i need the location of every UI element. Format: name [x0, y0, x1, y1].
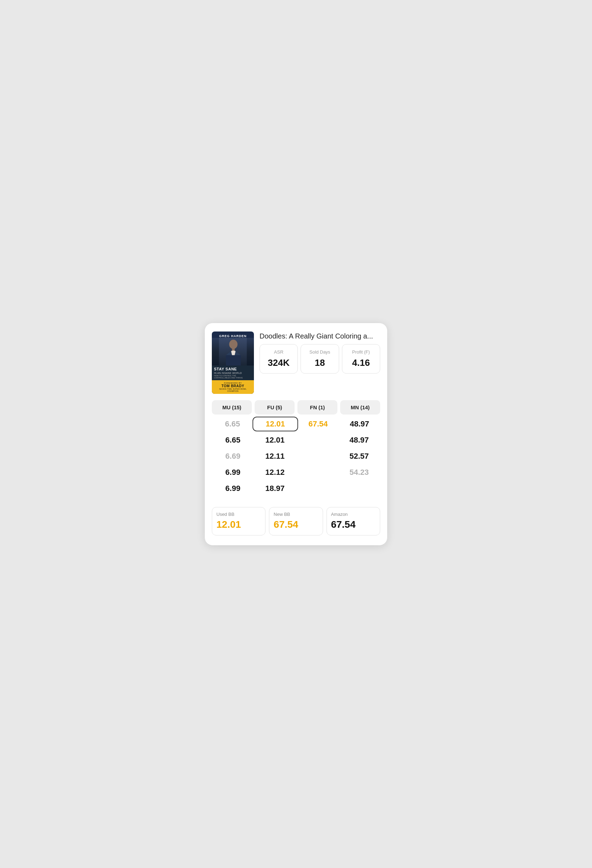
price-row-3: 6.69 12.11 52.57 [212, 448, 380, 464]
condition-mu: MU (15) [212, 400, 252, 415]
price-mn-2: 48.97 [338, 435, 380, 445]
book-title-area: STAY SANE IN AN INSANE WORLD HOW TO CONT… [212, 366, 254, 380]
amazon-bb-box: Amazon 67.54 [327, 507, 380, 536]
price-fu-1-highlighted: 12.01 [253, 417, 298, 431]
svg-rect-2 [232, 348, 235, 351]
mn-count: (14) [360, 404, 370, 410]
price-mu-5: 6.99 [212, 484, 254, 493]
price-mu-3: 6.69 [212, 452, 254, 461]
sold-days-label: Sold Days [309, 349, 330, 354]
book-title-desc: HOW TO CONTROL THE CONTROLLABLES AND THR… [214, 375, 252, 379]
fu-count: (5) [276, 404, 282, 410]
stats-row: ASR 324K Sold Days 18 Profit (F) 4.16 [259, 344, 380, 373]
sold-days-value: 18 [315, 357, 325, 368]
condition-fn: FN (1) [297, 400, 337, 415]
header-right: Doodles: A Really Giant Coloring a... AS… [259, 332, 380, 373]
fn-label: FN [310, 404, 317, 410]
book-person-image [212, 338, 254, 366]
price-row-1: 6.65 12.01 67.54 48.97 [212, 416, 380, 432]
amazon-bb-value: 67.54 [331, 519, 376, 530]
price-row-5: 6.99 18.97 [212, 480, 380, 496]
header-row: GREG HARDEN [212, 332, 380, 394]
price-mn-4: 54.23 [338, 468, 380, 477]
price-fu-5: 18.97 [254, 484, 296, 493]
person-silhouette [212, 338, 254, 366]
asr-value: 324K [268, 357, 290, 368]
profit-box: Profit (F) 4.16 [342, 344, 380, 373]
price-row-2: 6.65 12.01 48.97 [212, 432, 380, 448]
used-bb-value: 12.01 [216, 519, 261, 530]
used-bb-label: Used BB [216, 512, 261, 517]
price-mu-1: 6.65 [212, 419, 253, 428]
asr-label: ASR [274, 349, 283, 354]
book-title-sub: IN AN INSANE WORLD [214, 372, 252, 374]
mu-count: (15) [232, 404, 241, 410]
fn-count: (1) [318, 404, 325, 410]
condition-fu: FU (5) [255, 400, 295, 415]
price-fu-2: 12.01 [254, 435, 296, 445]
price-fu-3: 12.11 [254, 452, 296, 461]
new-bb-value: 67.54 [274, 519, 318, 530]
book-foreword-sub: SEVEN-TIME SUPER BOWL CHAMPION [214, 388, 252, 392]
book-full-title: Doodles: A Really Giant Coloring a... [259, 332, 380, 341]
asr-box: ASR 324K [259, 344, 298, 373]
book-foreword-author: TOM BRADY [214, 384, 252, 388]
price-fu-4: 12.12 [254, 468, 296, 477]
sold-days-box: Sold Days 18 [300, 344, 339, 373]
price-mn-1: 48.97 [339, 419, 380, 428]
bb-row: Used BB 12.01 New BB 67.54 Amazon 67.54 [212, 507, 380, 536]
used-bb-box: Used BB 12.01 [212, 507, 265, 536]
book-cover: GREG HARDEN [212, 332, 254, 394]
amazon-bb-label: Amazon [331, 512, 376, 517]
fu-label: FU [267, 404, 274, 410]
mu-label: MU [222, 404, 231, 410]
main-card: GREG HARDEN [205, 323, 387, 545]
price-mu-4: 6.99 [212, 468, 254, 477]
book-title-main: STAY SANE [214, 367, 252, 372]
profit-value: 4.16 [352, 357, 370, 368]
condition-mn: MN (14) [340, 400, 380, 415]
price-fn-1: 67.54 [297, 419, 339, 428]
profit-label: Profit (F) [352, 349, 370, 354]
book-bottom-band: FOREWORD BY TOM BRADY SEVEN-TIME SUPER B… [212, 380, 254, 394]
price-mn-3: 52.57 [338, 452, 380, 461]
svg-point-1 [229, 340, 237, 349]
book-author-top: GREG HARDEN [212, 332, 254, 338]
mn-label: MN [351, 404, 359, 410]
condition-headers: MU (15) FU (5) FN (1) MN (14) [212, 400, 380, 415]
new-bb-label: New BB [274, 512, 318, 517]
new-bb-box: New BB 67.54 [269, 507, 323, 536]
price-mu-2: 6.65 [212, 435, 254, 445]
price-row-4: 6.99 12.12 54.23 [212, 464, 380, 480]
price-table: 6.65 12.01 67.54 48.97 6.65 12.01 48.97 … [212, 416, 380, 496]
